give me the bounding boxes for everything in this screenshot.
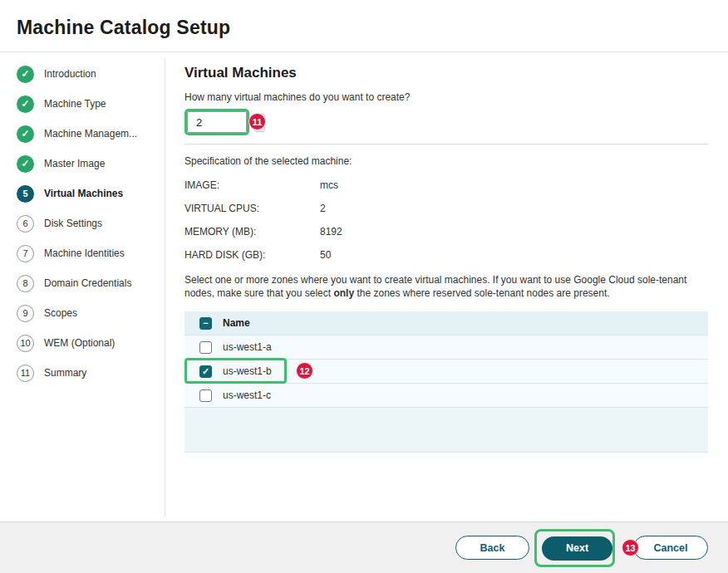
zone-table: − Name us-west1-a ✓ us-west1-b us-west1-… [184, 311, 708, 453]
back-button[interactable]: Back [455, 536, 529, 560]
next-button[interactable]: Next [542, 536, 612, 561]
spec-key: MEMORY (MB): [184, 226, 320, 238]
step-label: Virtual Machines [44, 188, 123, 199]
spec-section-label: Specification of the selected machine: [184, 155, 708, 167]
step-number: 8 [17, 275, 34, 292]
sidebar-step-disk-settings[interactable]: 6 Disk Settings [17, 208, 160, 238]
step-check-icon: ✓ [17, 125, 34, 143]
step-label: Domain Credentials [44, 277, 131, 289]
zone-name: us-west1-c [223, 389, 271, 401]
table-row-us-west1-a[interactable]: us-west1-a [184, 335, 708, 360]
step-check-icon: ✓ [17, 155, 34, 173]
step-label: Disk Settings [44, 218, 102, 229]
step-label: Machine Type [44, 98, 106, 110]
step-label: Summary [44, 367, 86, 379]
vm-count-input[interactable] [187, 111, 247, 133]
spec-row-vcpus: VIRTUAL CPUS: 2 [184, 197, 708, 220]
sidebar-step-wem[interactable]: 10 WEM (Optional) [17, 328, 160, 358]
annotation-badge-12: 12 [296, 362, 313, 380]
table-row-us-west1-b[interactable]: ✓ us-west1-b [184, 360, 708, 384]
step-label: Scopes [44, 307, 77, 319]
spec-value: mcs [320, 179, 338, 191]
row-checkbox-checked[interactable]: ✓ [199, 365, 212, 378]
zone-name: us-west1-b [223, 365, 272, 377]
spec-key: HARD DISK (GB): [184, 249, 320, 261]
table-row-us-west1-c[interactable]: us-west1-c [184, 384, 708, 408]
vm-count-question: How many virtual machines do you want to… [184, 91, 708, 103]
content-divider [184, 144, 708, 144]
spec-row-disk: HARD DISK (GB): 50 [184, 243, 708, 267]
spec-row-memory: MEMORY (MB): 8192 [184, 220, 708, 243]
sidebar-step-machine-identities[interactable]: 7 Machine Identities [17, 238, 160, 268]
header-divider [0, 51, 728, 52]
spec-rows: IMAGE: mcs VIRTUAL CPUS: 2 MEMORY (MB): … [184, 174, 708, 267]
zone-instructions-bold: only [333, 287, 354, 299]
vm-count-row: ▲ ▼ 11 [184, 109, 708, 137]
step-check-icon: ✓ [17, 66, 34, 83]
step-check-icon: ✓ [17, 96, 34, 113]
spec-value: 2 [320, 203, 326, 214]
sidebar-step-machine-management[interactable]: ✓ Machine Managem... [17, 119, 160, 149]
sidebar-step-summary[interactable]: 11 Summary [17, 358, 160, 388]
annotation-box-next: Next [534, 529, 615, 567]
spec-row-image: IMAGE: mcs [184, 174, 708, 197]
spec-key: VIRTUAL CPUS: [184, 203, 320, 214]
sidebar-divider [165, 58, 165, 517]
step-label: WEM (Optional) [44, 337, 115, 349]
step-number: 10 [17, 335, 34, 352]
zone-name: us-west1-a [223, 341, 272, 353]
sidebar-step-virtual-machines[interactable]: 5 Virtual Machines [17, 179, 160, 208]
step-label: Machine Managem... [44, 128, 137, 140]
page-title: Machine Catalog Setup [17, 17, 230, 39]
annotation-badge-13: 13 [622, 539, 639, 556]
row-checkbox-unchecked[interactable] [199, 389, 212, 402]
step-number: 6 [17, 215, 34, 233]
zone-instructions: Select one or more zones where you want … [184, 273, 708, 300]
annotation-box-input [184, 109, 249, 135]
step-label: Master Image [44, 158, 105, 169]
sidebar-step-domain-credentials[interactable]: 8 Domain Credentials [17, 268, 160, 298]
zone-table-header: − Name [184, 311, 708, 335]
sidebar-step-machine-type[interactable]: ✓ Machine Type [17, 89, 160, 119]
sidebar-step-introduction[interactable]: ✓ Introduction [17, 59, 160, 89]
step-number: 9 [17, 305, 34, 322]
section-heading: Virtual Machines [184, 65, 708, 81]
sidebar-step-master-image[interactable]: ✓ Master Image [17, 149, 160, 179]
spec-value: 8192 [320, 226, 342, 238]
spec-key: IMAGE: [184, 179, 320, 191]
step-label: Introduction [44, 68, 96, 80]
step-number: 5 [17, 185, 34, 203]
footer-bar: Back Next 13 Cancel [0, 522, 728, 573]
annotation-badge-11: 11 [248, 113, 266, 130]
step-number: 11 [17, 365, 34, 382]
wizard-stepper: ✓ Introduction ✓ Machine Type ✓ Machine … [17, 59, 160, 388]
cancel-button[interactable]: Cancel [633, 536, 708, 560]
column-header-name: Name [223, 317, 250, 329]
spec-value: 50 [320, 249, 331, 261]
step-number: 7 [17, 245, 34, 262]
select-all-checkbox-indeterminate[interactable]: − [199, 317, 212, 330]
sidebar-step-scopes[interactable]: 9 Scopes [17, 298, 160, 328]
row-checkbox-unchecked[interactable] [199, 341, 212, 354]
main-panel: Virtual Machines How many virtual machin… [184, 65, 708, 453]
step-label: Machine Identities [44, 247, 125, 259]
